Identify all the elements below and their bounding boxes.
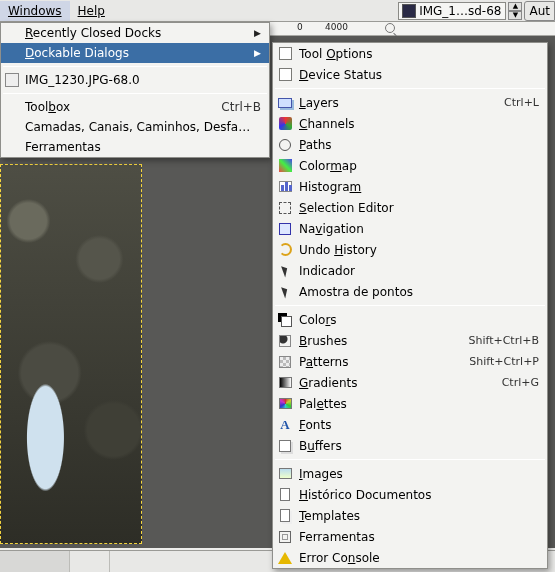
menu-item-images[interactable]: Images	[273, 463, 547, 484]
menu-separator	[3, 66, 267, 67]
patterns-icon	[277, 354, 293, 370]
fonts-icon: A	[277, 417, 293, 433]
menu-item-ferramentas-dock[interactable]: Ferramentas	[1, 137, 269, 157]
paths-icon	[277, 137, 293, 153]
menu-item-open-image[interactable]: IMG_1230.JPG-68.0	[1, 70, 269, 90]
menu-item-ferramentas[interactable]: Ferramentas	[273, 526, 547, 547]
menu-help[interactable]: Help	[70, 1, 113, 21]
menu-item-camadas-dock[interactable]: Camadas, Canais, Caminhos, Desfa…	[1, 117, 269, 137]
buffers-icon	[277, 438, 293, 454]
ruler-tick: 0	[297, 22, 303, 32]
palettes-icon	[277, 396, 293, 412]
colors-icon	[277, 312, 293, 328]
accelerator-label: Ctrl+G	[502, 376, 539, 389]
undo-history-icon	[277, 242, 293, 258]
menu-item-undo-history[interactable]: Undo History	[273, 239, 547, 260]
menu-item-label: Camadas, Canais, Caminhos, Desfa…	[25, 120, 250, 134]
menu-item-palettes[interactable]: Palettes	[273, 393, 547, 414]
menu-item-recently-closed-docks[interactable]: Recently Closed Docks ▶	[1, 23, 269, 43]
menu-item-histogram[interactable]: Histogram	[273, 176, 547, 197]
selection-icon	[277, 200, 293, 216]
status-unit-cell[interactable]	[0, 551, 70, 572]
menu-item-templates[interactable]: Templates	[273, 505, 547, 526]
dockable-dialogs-menu: Tool Options Device Status LayersCtrl+L …	[272, 42, 548, 569]
image-canvas[interactable]	[0, 164, 142, 544]
menu-separator	[275, 305, 545, 306]
pointer-icon	[277, 263, 293, 279]
menu-item-label: Indicador	[299, 264, 355, 278]
chevron-right-icon: ▶	[254, 48, 261, 58]
templates-icon	[277, 508, 293, 524]
menu-item-toolbox[interactable]: Toolbox Ctrl+B	[1, 97, 269, 117]
accelerator-label: Ctrl+L	[504, 96, 539, 109]
status-zoom-cell[interactable]	[70, 551, 110, 572]
tool-options-icon	[277, 46, 293, 62]
image-selector[interactable]: IMG_1…sd-68	[398, 2, 506, 20]
menu-item-label: IMG_1230.JPG-68.0	[25, 73, 140, 87]
accelerator-label: Ctrl+B	[221, 100, 261, 114]
menu-item-patterns[interactable]: PatternsShift+Ctrl+P	[273, 351, 547, 372]
chevron-right-icon: ▶	[254, 28, 261, 38]
menu-item-device-status[interactable]: Device Status	[273, 64, 547, 85]
gradients-icon	[277, 375, 293, 391]
menu-item-selection-editor[interactable]: Selection Editor	[273, 197, 547, 218]
channels-icon	[277, 116, 293, 132]
menu-item-label: Ferramentas	[25, 140, 101, 154]
menu-item-channels[interactable]: Channels	[273, 113, 547, 134]
menu-item-document-history[interactable]: Histórico Documentos	[273, 484, 547, 505]
windows-menu: Recently Closed Docks ▶ Dockable Dialogs…	[0, 22, 270, 158]
layers-icon	[277, 95, 293, 111]
navigation-icon	[277, 221, 293, 237]
menu-item-brushes[interactable]: BrushesShift+Ctrl+B	[273, 330, 547, 351]
auto-button[interactable]: Aut	[524, 1, 555, 21]
device-status-icon	[277, 67, 293, 83]
image-selector-spin[interactable]: ▲▼	[508, 2, 522, 20]
menu-item-buffers[interactable]: Buffers	[273, 435, 547, 456]
menu-item-label: Ferramentas	[299, 530, 375, 544]
warning-icon	[277, 550, 293, 566]
menu-item-navigation[interactable]: Navigation	[273, 218, 547, 239]
menu-separator	[275, 88, 545, 89]
accelerator-label: Shift+Ctrl+B	[468, 334, 539, 347]
colormap-icon	[277, 158, 293, 174]
sample-points-icon	[277, 284, 293, 300]
menu-item-dockable-dialogs[interactable]: Dockable Dialogs ▶	[1, 43, 269, 63]
menu-item-indicador[interactable]: Indicador	[273, 260, 547, 281]
menu-separator	[275, 459, 545, 460]
menu-item-error-console[interactable]: Error Console	[273, 547, 547, 568]
image-icon	[5, 73, 19, 87]
menu-item-tool-options[interactable]: Tool Options	[273, 43, 547, 64]
ruler-tick: 4000	[325, 22, 348, 32]
menu-item-sample-points[interactable]: Amostra de pontos	[273, 281, 547, 302]
histogram-icon	[277, 179, 293, 195]
magnifier-icon[interactable]	[385, 23, 395, 33]
menu-item-label: Amostra de pontos	[299, 285, 413, 299]
menu-item-colormap[interactable]: Colormap	[273, 155, 547, 176]
tools-icon	[277, 529, 293, 545]
images-icon	[277, 466, 293, 482]
menu-item-paths[interactable]: Paths	[273, 134, 547, 155]
accelerator-label: Shift+Ctrl+P	[469, 355, 539, 368]
image-selector-label: IMG_1…sd-68	[419, 4, 505, 18]
menu-separator	[3, 93, 267, 94]
document-history-icon	[277, 487, 293, 503]
menu-item-colors[interactable]: Colors	[273, 309, 547, 330]
image-thumb-icon	[402, 4, 416, 18]
menu-item-layers[interactable]: LayersCtrl+L	[273, 92, 547, 113]
menu-item-gradients[interactable]: GradientsCtrl+G	[273, 372, 547, 393]
brushes-icon	[277, 333, 293, 349]
menu-item-fonts[interactable]: AFonts	[273, 414, 547, 435]
menu-windows[interactable]: Windows	[0, 1, 70, 21]
menubar: Windows Help IMG_1…sd-68 ▲▼ Aut	[0, 0, 555, 22]
